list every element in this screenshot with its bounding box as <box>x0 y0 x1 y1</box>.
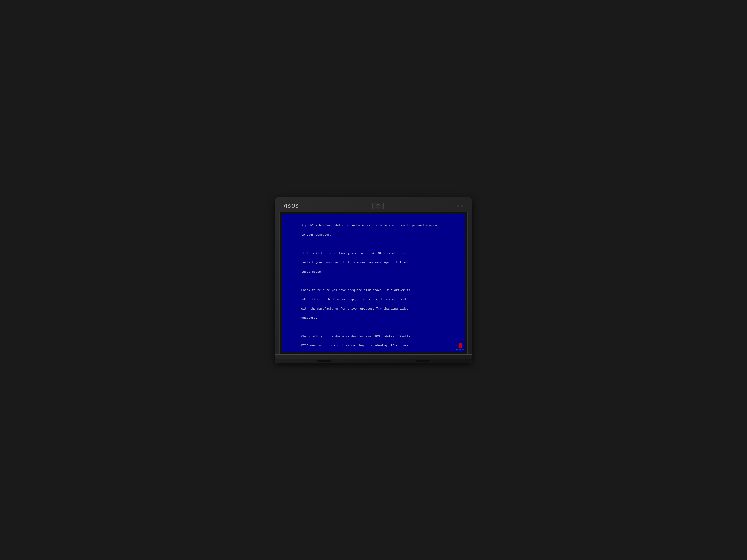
bsod-line2: to your computer. <box>301 233 332 237</box>
laptop-top-bar: /\SUS <box>279 202 468 212</box>
laptop-feet-bar <box>275 359 472 363</box>
asus-logo: /\SUS <box>284 203 299 209</box>
laptop-bottom-base <box>275 354 472 359</box>
laptop-foot-left <box>317 360 331 362</box>
top-dots <box>457 205 463 207</box>
bsod-content: A problem has been detected and windows … <box>287 219 460 352</box>
top-dot-left <box>457 205 459 207</box>
bsod-line9: identified in the Stop message, disable … <box>301 298 407 301</box>
bsod-screen: A problem has been detected and windows … <box>282 214 465 352</box>
webcam-lens <box>376 204 380 208</box>
bsod-line13: Check with your hardware vendor for any … <box>301 335 410 338</box>
laptop-foot-right <box>416 360 430 362</box>
watermark: windows® <box>456 349 464 351</box>
bsod-line6: these steps: <box>301 270 323 274</box>
bsod-line14: BIOS memory options such as caching or s… <box>301 344 410 347</box>
top-dot-right <box>461 205 463 207</box>
bsod-line5: restart your computer. If this screen ap… <box>301 261 407 264</box>
bsod-line1: A problem has been detected and windows … <box>301 224 437 228</box>
webcam-housing <box>372 203 384 209</box>
bsod-line4: If this is the first time you've seen th… <box>301 251 410 255</box>
bsod-line10: with the manufacturer for driver updates… <box>301 307 408 311</box>
bsod-line11: adapters. <box>301 316 317 320</box>
red-sticker <box>459 343 462 348</box>
laptop: /\SUS A problem has been detected and wi… <box>275 197 472 363</box>
screen-bezel: A problem has been detected and windows … <box>279 212 468 354</box>
bsod-line8: Check to be sure you have adequate disk … <box>301 289 410 292</box>
webcam-area <box>372 203 384 209</box>
